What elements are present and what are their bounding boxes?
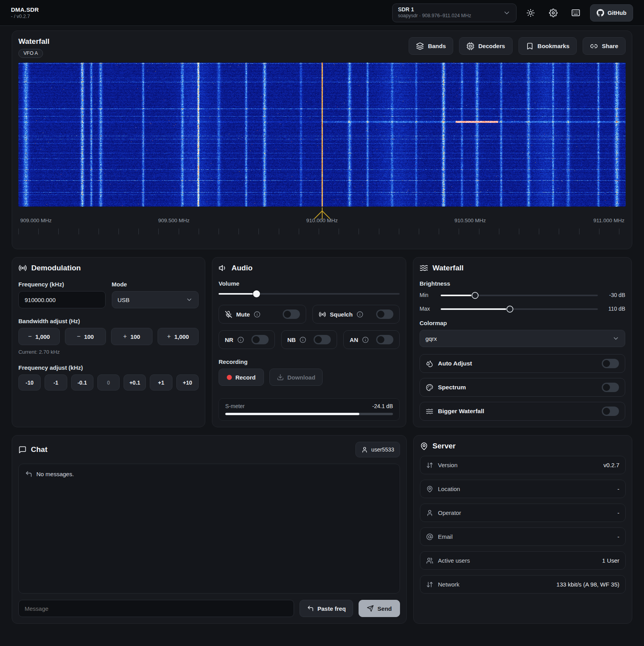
freq-adjust-minus-1-button[interactable]: -1 <box>45 374 67 390</box>
server-row-active-users: Active users 1 User <box>420 551 626 570</box>
s-meter-value: -24.1 dB <box>372 403 393 409</box>
reply-arrow-icon <box>25 470 32 478</box>
mic-off-icon <box>225 311 232 318</box>
volume-slider-thumb[interactable] <box>253 290 260 297</box>
waterfall-display[interactable] <box>18 63 626 207</box>
colormap-label: Colormap <box>420 320 625 326</box>
mode-select[interactable]: USB <box>112 291 199 308</box>
brightness-min-thumb[interactable] <box>472 292 479 299</box>
sdr-selector[interactable]: SDR 1 soapysdr · 908.976–911.024 MHz <box>392 4 517 22</box>
waterfall-settings-title: Waterfall <box>432 264 464 272</box>
freq-label: 911.000 MHz <box>594 218 624 223</box>
vfo-badge: VFO A <box>18 49 43 58</box>
colormap-select[interactable]: gqrx <box>420 330 625 347</box>
at-sign-icon <box>426 533 433 540</box>
bigger-waterfall-toggle[interactable]: Bigger Waterfall <box>420 402 625 421</box>
gear-icon <box>549 9 558 17</box>
server-panel: Server Version v0.2.7 Location - Operato… <box>413 435 632 624</box>
mute-toggle-group[interactable]: Mute <box>219 305 306 324</box>
brightness-min-slider[interactable] <box>441 292 598 299</box>
bandwidth-plus-100-button[interactable]: +100 <box>111 328 152 345</box>
cpu-icon <box>466 42 474 50</box>
spectrum-toggle[interactable]: Spectrum <box>420 378 625 397</box>
squelch-toggle-group[interactable]: Squelch <box>312 305 400 324</box>
settings-button[interactable] <box>545 4 562 22</box>
frequency-input[interactable] <box>18 291 106 308</box>
frequency-axis: 909.000 MHz 909.500 MHz 910.000 MHz 910.… <box>18 207 626 243</box>
nb-switch[interactable] <box>314 335 331 344</box>
chat-message-input[interactable] <box>18 600 294 617</box>
bandwidth-label: Bandwidth adjust (Hz) <box>18 318 199 324</box>
freq-adjust-label: Frequency adjust (kHz) <box>18 364 199 371</box>
keyboard-shortcuts-button[interactable] <box>567 4 585 22</box>
freq-label: 909.500 MHz <box>158 218 189 223</box>
mute-label: Mute <box>236 311 250 318</box>
bands-button[interactable]: Bands <box>409 37 453 55</box>
volume-slider[interactable] <box>219 290 400 297</box>
auto-adjust-switch[interactable] <box>602 359 619 368</box>
nb-label: NB <box>287 336 296 343</box>
download-icon <box>277 374 284 381</box>
freq-adjust-minus-0-1-button[interactable]: -0.1 <box>71 374 93 390</box>
squelch-label: Squelch <box>330 311 353 318</box>
sdr-name: SDR 1 <box>398 6 471 13</box>
arrows-up-down-icon <box>426 462 433 469</box>
freq-label: 909.000 MHz <box>20 218 52 223</box>
paste-freq-button[interactable]: Paste freq <box>300 600 353 617</box>
decoders-button[interactable]: Decoders <box>459 37 512 55</box>
an-toggle-group[interactable]: AN <box>343 330 400 349</box>
min-value: -30 dB <box>603 292 625 298</box>
info-icon <box>357 311 363 318</box>
nb-toggle-group[interactable]: NB <box>281 330 337 349</box>
s-meter-label: S-meter <box>225 403 245 409</box>
record-dot-icon <box>227 375 232 380</box>
share-button[interactable]: Share <box>583 37 626 55</box>
info-icon <box>300 336 306 343</box>
bandwidth-plus-1000-button[interactable]: +1,000 <box>158 328 199 345</box>
send-button[interactable]: Send <box>359 600 400 617</box>
waterfall-title: Waterfall <box>18 37 50 46</box>
squelch-switch[interactable] <box>376 310 393 319</box>
freq-adjust-plus-1-button[interactable]: +1 <box>150 374 172 390</box>
brightness-label: Brightness <box>420 280 625 287</box>
brightness-max-thumb[interactable] <box>506 306 513 313</box>
download-button[interactable]: Download <box>269 369 323 386</box>
info-icon <box>254 311 260 318</box>
nr-toggle-group[interactable]: NR <box>219 330 275 349</box>
top-bar: DMA.SDR - / v0.2.7 SDR 1 soapysdr · 908.… <box>0 0 644 26</box>
bandwidth-minus-100-button[interactable]: −100 <box>65 328 106 345</box>
reply-arrow-icon <box>307 605 314 612</box>
github-button[interactable]: GitHub <box>590 4 633 22</box>
freq-adjust-plus-10-button[interactable]: +10 <box>176 374 199 390</box>
mute-switch[interactable] <box>283 310 300 319</box>
bigger-waterfall-switch[interactable] <box>602 407 619 416</box>
max-label: Max <box>420 306 436 312</box>
an-label: AN <box>350 336 358 343</box>
freq-adjust-minus-10-button[interactable]: -10 <box>18 374 41 390</box>
users-icon <box>426 557 433 564</box>
map-pin-icon <box>420 442 428 450</box>
freq-adjust-zero-button[interactable]: 0 <box>97 374 120 390</box>
link-icon <box>590 42 598 50</box>
chat-user-badge[interactable]: user5533 <box>355 442 400 457</box>
bookmarks-button[interactable]: Bookmarks <box>518 37 577 55</box>
app-version: - / v0.2.7 <box>11 14 39 19</box>
nr-label: NR <box>225 336 233 343</box>
speaker-icon <box>219 264 227 272</box>
bandwidth-minus-1000-button[interactable]: −1,000 <box>18 328 60 345</box>
user-icon <box>426 509 433 516</box>
auto-adjust-toggle[interactable]: Auto Adjust <box>420 354 625 373</box>
brightness-max-slider[interactable] <box>441 306 598 313</box>
record-button[interactable]: Record <box>219 369 264 386</box>
frequency-label: Frequency (kHz) <box>18 281 106 288</box>
nr-switch[interactable] <box>251 335 269 344</box>
theme-toggle-button[interactable] <box>522 4 539 22</box>
freq-adjust-plus-0-1-button[interactable]: +0.1 <box>124 374 146 390</box>
waves-icon <box>426 408 433 415</box>
spectrum-switch[interactable] <box>602 383 619 392</box>
paper-plane-icon <box>367 605 374 612</box>
radio-icon <box>18 264 27 272</box>
arrows-up-down-icon <box>426 581 433 588</box>
server-row-version: Version v0.2.7 <box>420 456 626 474</box>
an-switch[interactable] <box>376 335 393 344</box>
